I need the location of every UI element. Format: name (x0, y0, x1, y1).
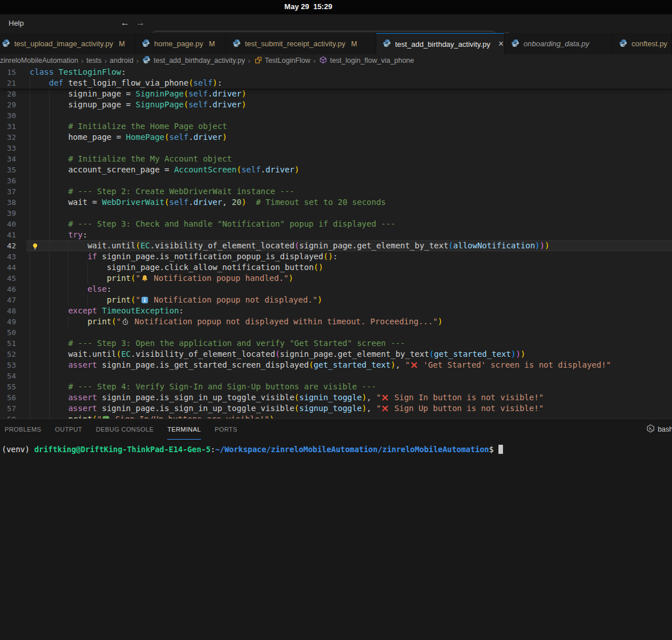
indent-guide (30, 327, 30, 338)
code-line-53[interactable]: 53assert signin_page.is_get_started_scre… (0, 360, 672, 371)
indent-guide (49, 132, 50, 143)
code-line-56[interactable]: 56assert signin_page.is_sign_in_up_toggl… (0, 392, 672, 403)
indent-guide (30, 295, 30, 305)
system-clock[interactable]: May 29 15:29 (284, 2, 332, 11)
code-line-38[interactable]: 38wait = WebDriverWait(self.driver, 20) … (0, 197, 672, 208)
panel-tab-terminal[interactable]: TERMINAL (167, 420, 201, 440)
indent-guide (30, 273, 30, 284)
line-number: 40 (0, 219, 16, 230)
indent-guide (49, 230, 50, 240)
shell-label: bash (658, 425, 672, 433)
code-line-50[interactable]: 50 (0, 327, 672, 338)
code-line-45[interactable]: 45print(" Notification popup handled.") (0, 273, 672, 284)
code-line-55[interactable]: 55# --- Step 4: Verify Sign-In and Sign-… (0, 381, 672, 392)
code-line-31[interactable]: 31# Initialize the Home Page object (0, 121, 672, 132)
python-icon (2, 39, 10, 49)
code-text: signup_page = SignupPage(self.driver) (68, 99, 246, 110)
breadcrumb-item-android[interactable]: android (110, 57, 134, 65)
indent-guide (49, 371, 50, 381)
code-line-28[interactable]: 28signin_page = SigninPage(self.driver) (0, 88, 672, 99)
indent-guide (30, 121, 30, 132)
code-line-35[interactable]: 35account_screen_page = AccountScreen(se… (0, 164, 672, 175)
tab-test_submit_receipt_activity[interactable]: test_submit_receipt_activity.pyM (226, 33, 376, 54)
code-line-52[interactable]: 52wait.until(EC.visibility_of_element_lo… (0, 349, 672, 360)
breadcrumb-item-zinreloMobileAutomation[interactable]: zinreloMobileAutomation (0, 57, 78, 65)
tab-onboarding_data[interactable]: onboarding_data.py (505, 33, 613, 54)
line-number: 47 (0, 295, 16, 305)
breadcrumb-label: zinreloMobileAutomation (0, 57, 78, 65)
breadcrumb-item-test_login_flow_via_phone[interactable]: test_login_flow_via_phone (319, 56, 414, 66)
code-text: signin_page.click_allow_notification_but… (107, 262, 323, 273)
sticky-scroll[interactable]: 15class TestLoginFlow:21def test_login_f… (0, 67, 672, 88)
breadcrumb-item-test_add_birthday_activity.py[interactable]: test_add_birthday_activity.py (142, 55, 245, 66)
code-line-39[interactable]: 39 (0, 208, 672, 219)
code-line-58[interactable]: 58print(" Sign-In/Up buttons are visible… (0, 414, 672, 418)
indent-guide (49, 305, 50, 316)
panel-tab-problems[interactable]: PROBLEMS (5, 420, 41, 440)
breadcrumb: zinreloMobileAutomation›tests›android›te… (0, 54, 672, 67)
tab-conftest[interactable]: conftest.pyM (613, 33, 672, 54)
sticky-line-15[interactable]: 15class TestLoginFlow: (0, 67, 672, 78)
indent-guide (30, 284, 30, 295)
code-text: assert signin_page.is_sign_in_up_toggle_… (68, 392, 544, 404)
indent-guide (49, 186, 50, 197)
back-arrow-icon[interactable]: ← (120, 18, 130, 28)
code-line-43[interactable]: 43if signin_page.is_notification_popup_i… (0, 251, 672, 262)
indent-guide (30, 186, 30, 197)
line-number: 31 (0, 121, 16, 132)
code-line-41[interactable]: 41try: (0, 230, 672, 240)
indent-guide (49, 316, 50, 327)
code-line-42[interactable]: 42wait.until(EC.visibility_of_element_lo… (0, 240, 672, 251)
sticky-line-21[interactable]: 21def test_login_flow_via_phone(self): (0, 78, 672, 88)
code-line-37[interactable]: 37# --- Step 2: Create WebDriverWait ins… (0, 186, 672, 197)
terminal-text: driftking@DriftKing-ThinkPad-E14-Gen-5 (34, 445, 211, 454)
indent-guide (49, 208, 50, 219)
code-editor[interactable]: 15class TestLoginFlow:21def test_login_f… (0, 67, 672, 418)
panel-tab-ports[interactable]: PORTS (215, 420, 238, 440)
code-line-46[interactable]: 46else: (0, 284, 672, 295)
panel-tab-debug-console[interactable]: DEBUG CONSOLE (96, 420, 154, 440)
code-line-36[interactable]: 36 (0, 175, 672, 186)
code-line-57[interactable]: 57assert signin_page.is_sign_in_up_toggl… (0, 403, 672, 414)
menu-help[interactable]: Help (6, 19, 26, 27)
modified-badge: M (209, 40, 215, 48)
code-line-49[interactable]: 49print(" Notification popup not display… (0, 316, 672, 327)
code-lines[interactable]: 28signin_page = SigninPage(self.driver)2… (0, 88, 672, 418)
tab-test_upload_image_activity[interactable]: test_upload_image_activity.pyM (0, 33, 135, 54)
indent-guide (30, 175, 30, 186)
python-icon (619, 39, 627, 49)
tab-label: test_add_birthday_activity.py (395, 40, 490, 49)
tab-test_add_birthday_activity[interactable]: test_add_birthday_activity.py× (376, 33, 505, 54)
code-line-32[interactable]: 32home_page = HomePage(self.driver) (0, 132, 672, 143)
code-line-33[interactable]: 33 (0, 143, 672, 154)
code-line-48[interactable]: 48except TimeoutException: (0, 305, 672, 316)
indent-guide (30, 132, 30, 143)
code-line-51[interactable]: 51# --- Step 3: Open the application and… (0, 338, 672, 349)
indent-guide (30, 414, 30, 418)
tab-home_page[interactable]: home_page.pyM (135, 33, 226, 54)
code-line-29[interactable]: 29signup_page = SignupPage(self.driver) (0, 99, 672, 110)
line-number: 32 (0, 132, 16, 143)
code-line-30[interactable]: 30 (0, 110, 672, 121)
breadcrumb-item-TestLoginFlow[interactable]: TestLoginFlow (253, 56, 311, 66)
terminal-prompt-line[interactable]: (venv) driftking@DriftKing-ThinkPad-E14-… (2, 444, 503, 455)
indent-guide (49, 219, 50, 230)
code-line-40[interactable]: 40# --- Step 3: Check and handle "Notifi… (0, 219, 672, 230)
indent-guide (30, 143, 30, 154)
close-icon[interactable]: × (498, 39, 504, 49)
panel-tab-output[interactable]: OUTPUT (55, 420, 82, 440)
line-number: 29 (0, 99, 16, 110)
terminal-shell-picker[interactable]: bash (646, 419, 672, 440)
breadcrumb-item-tests[interactable]: tests (86, 57, 101, 65)
line-number: 57 (0, 403, 16, 414)
code-line-34[interactable]: 34# Initialize the My Account object (0, 154, 672, 164)
code-line-54[interactable]: 54 (0, 371, 672, 381)
code-text: class TestLoginFlow: (30, 67, 126, 78)
line-number: 48 (0, 305, 16, 316)
indent-guide (49, 349, 50, 360)
code-line-44[interactable]: 44signin_page.click_allow_notification_b… (0, 262, 672, 273)
indent-guide (68, 240, 69, 251)
code-text: account_screen_page = AccountScreen(self… (68, 164, 299, 175)
code-line-47[interactable]: 47print(" Notification popup not display… (0, 295, 672, 305)
forward-arrow-icon[interactable]: → (136, 18, 145, 28)
